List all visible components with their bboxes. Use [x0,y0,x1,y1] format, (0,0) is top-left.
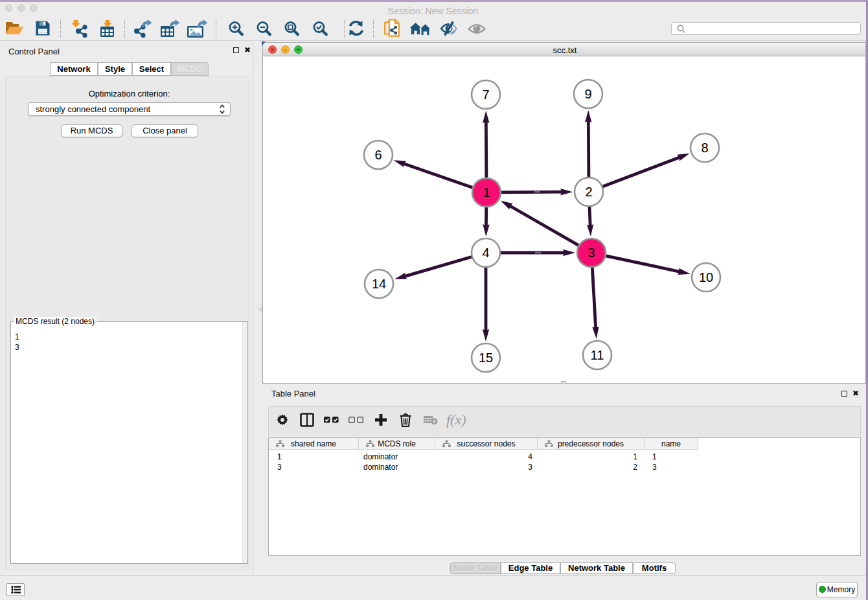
svg-text:11: 11 [591,348,604,362]
svg-text:14: 14 [372,277,386,291]
svg-text:8: 8 [701,141,708,155]
svg-text:4: 4 [482,246,489,260]
svg-text:9: 9 [584,87,591,101]
svg-text:3: 3 [588,246,595,260]
svg-text:2: 2 [585,185,592,199]
svg-text:7: 7 [482,87,489,102]
svg-text:15: 15 [479,351,493,365]
svg-text:6: 6 [374,148,382,162]
svg-text:10: 10 [699,270,713,284]
svg-text:1: 1 [483,185,490,200]
